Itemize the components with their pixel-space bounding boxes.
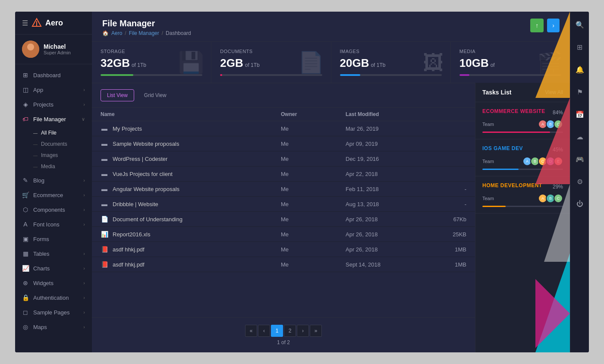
app-icon: ◫ — [22, 86, 29, 93]
sidebar-item-blog[interactable]: ✎ Blog › — [15, 173, 92, 188]
calendar-icon-btn[interactable]: 📅 — [573, 107, 587, 121]
table-row[interactable]: ▬VueJs Projects for client Me Apr 22, 20… — [92, 166, 475, 182]
images-icon: 🖼 — [423, 50, 444, 74]
storage-fill — [220, 74, 222, 76]
flag-icon-btn[interactable]: ⚑ — [573, 85, 587, 99]
task-avatars: A B C — [538, 194, 563, 203]
upload-button[interactable]: ↑ — [530, 19, 544, 32]
table-header: Name Owner Last Modified — [92, 108, 475, 121]
col-owner: Owner — [281, 111, 346, 117]
page-first-button[interactable]: « — [245, 325, 257, 337]
chevron-right-icon: › — [83, 102, 85, 107]
storage-gb: 10GB — [459, 56, 489, 70]
sidebar-item-font-icons[interactable]: A Font Icons › — [15, 217, 92, 232]
sidebar-item-label: Ecommerce — [33, 192, 63, 198]
sidebar-item-images[interactable]: Images — [33, 150, 92, 161]
sidebar-item-maps[interactable]: ◎ Maps › — [15, 320, 92, 334]
storage-gb: 2GB — [220, 56, 243, 70]
table-row[interactable]: 📊Report2016.xls Me Apr 26, 2018 25KB — [92, 227, 475, 242]
sidebar-item-sample-pages[interactable]: ◻ Sample Pages › — [15, 305, 92, 320]
sidebar-item-file-manager[interactable]: 🏷 File Manager ∨ — [15, 112, 92, 126]
table-row[interactable]: ▬Dribbble | Website Me Aug 13, 2018 - — [92, 197, 475, 212]
table-row[interactable]: ▬Angular Website proposals Me Feb 11, 20… — [92, 182, 475, 197]
list-view-button[interactable]: List View — [101, 89, 134, 101]
file-modified: Mar 26, 2019 — [346, 126, 423, 132]
file-size: 25KB — [423, 231, 466, 238]
sidebar-item-tables[interactable]: ▦ Tables › — [15, 246, 92, 261]
task-team-label: Team — [482, 122, 494, 127]
file-modified: Apr 26, 2018 — [346, 216, 423, 223]
bell-icon-btn[interactable]: 🔔 — [573, 63, 587, 76]
storage-cards: STORAGE 32GB of 1Tb 💾 DOCUMENTS 2GB of 1… — [92, 42, 570, 83]
table-row[interactable]: 📕asdf hhkj.pdf Me Sept 14, 2018 1MB — [92, 257, 475, 272]
grid-view-button[interactable]: Grid View — [138, 89, 173, 101]
sidebar-item-components[interactable]: ⬡ Components › — [15, 202, 92, 217]
task-percent: 45% — [553, 147, 563, 153]
sidebar-item-documents[interactable]: Documents — [33, 138, 92, 150]
task-avatar: E — [554, 157, 563, 166]
sample-pages-icon: ◻ — [22, 309, 29, 316]
power-icon-btn[interactable]: ⏻ — [573, 197, 587, 211]
breadcrumb-aero[interactable]: Aero — [111, 30, 122, 36]
breadcrumb-file-manager[interactable]: File Manager — [129, 30, 159, 36]
sidebar-item-all-file[interactable]: All File — [33, 127, 92, 138]
gamepad-icon-btn[interactable]: 🎮 — [573, 152, 587, 166]
chevron-right-icon: › — [83, 192, 85, 198]
table-row[interactable]: ▬Sample Website proposals Me Apr 09, 201… — [92, 136, 475, 151]
view-all-link[interactable]: View All — [545, 89, 563, 95]
sidebar-item-label: Sample Pages — [33, 309, 70, 316]
task-item-home: HOME DEVELOPMENT 29% Team A B C — [475, 176, 570, 213]
file-size: - — [423, 186, 466, 192]
search-icon-btn[interactable]: 🔍 — [573, 18, 587, 31]
sidebar-item-media[interactable]: Media — [33, 161, 92, 172]
chevron-right-icon: › — [83, 266, 85, 271]
table-row[interactable]: ▬WordPress | Codester Me Dec 19, 2016 — [92, 151, 475, 166]
folder-icon: ▬ — [101, 140, 108, 147]
file-owner: Me — [281, 261, 346, 268]
tasks-panel: Tasks List View All ECOMMERCE WEBSITE 84… — [475, 83, 570, 352]
user-section: Michael Super Admin — [15, 35, 92, 64]
sidebar-item-authentication[interactable]: 🔒 Authentication › — [15, 290, 92, 305]
cloud-icon-btn[interactable]: ☁ — [573, 130, 587, 144]
sidebar-item-app[interactable]: ◫ App › — [15, 82, 92, 97]
storage-fill — [101, 74, 133, 76]
file-name: VueJs Projects for client — [113, 171, 173, 177]
sidebar-item-charts[interactable]: 📈 Charts › — [15, 261, 92, 276]
chevron-down-icon: ∨ — [82, 116, 85, 122]
storage-total: of — [491, 62, 495, 68]
page-2-button[interactable]: 2 — [284, 325, 296, 337]
gear-icon-btn[interactable]: ⚙ — [573, 175, 587, 188]
blog-icon: ✎ — [22, 177, 29, 184]
sidebar-item-ecommerce[interactable]: 🛒 Ecommerce › — [15, 188, 92, 202]
task-item-ios: IOS GAME DEV 45% Team A B C D E — [475, 139, 570, 176]
nav-button[interactable]: › — [547, 19, 560, 32]
table-row[interactable]: 📄Document of Understanding Me Apr 26, 20… — [92, 212, 475, 227]
table-row[interactable]: ▬My Projects Me Mar 26, 2019 — [92, 121, 475, 136]
task-fill — [482, 206, 506, 207]
task-progress-bar — [482, 206, 563, 207]
sidebar-item-projects[interactable]: ◈ Projects › — [15, 97, 92, 112]
page-prev-button[interactable]: ‹ — [258, 325, 270, 337]
task-progress-bar — [482, 169, 563, 170]
sidebar-item-widgets[interactable]: ⊛ Widgets › — [15, 276, 92, 290]
file-owner: Me — [281, 246, 346, 253]
page-1-button[interactable]: 1 — [271, 325, 283, 337]
storage-card-documents: DOCUMENTS 2GB of 1Tb 📄 — [211, 42, 331, 83]
sidebar: ☰ Aero Michael Super Admin — [15, 12, 92, 352]
file-modified: Feb 11, 2018 — [346, 186, 423, 192]
file-name: Document of Understanding — [113, 216, 182, 223]
hamburger-icon[interactable]: ☰ — [22, 19, 28, 27]
file-owner: Me — [281, 141, 346, 147]
task-name: HOME DEVELOPMENT — [482, 182, 542, 188]
file-name: My Projects — [113, 126, 142, 132]
file-manager-icon: 🏷 — [22, 116, 29, 122]
page-next-button[interactable]: › — [297, 325, 309, 337]
user-name: Michael — [44, 43, 71, 50]
sidebar-item-forms[interactable]: ▣ Forms — [15, 232, 92, 246]
grid-icon-btn[interactable]: ⊞ — [573, 40, 587, 54]
page-last-button[interactable]: » — [310, 325, 322, 337]
table-row[interactable]: 📕asdf hhkj.pdf Me Apr 26, 2018 1MB — [92, 242, 475, 257]
breadcrumb-home-icon[interactable]: 🏠 — [102, 30, 109, 36]
folder-icon: ▬ — [101, 185, 108, 192]
sidebar-item-dashboard[interactable]: ⊞ Dashboard — [15, 68, 92, 82]
